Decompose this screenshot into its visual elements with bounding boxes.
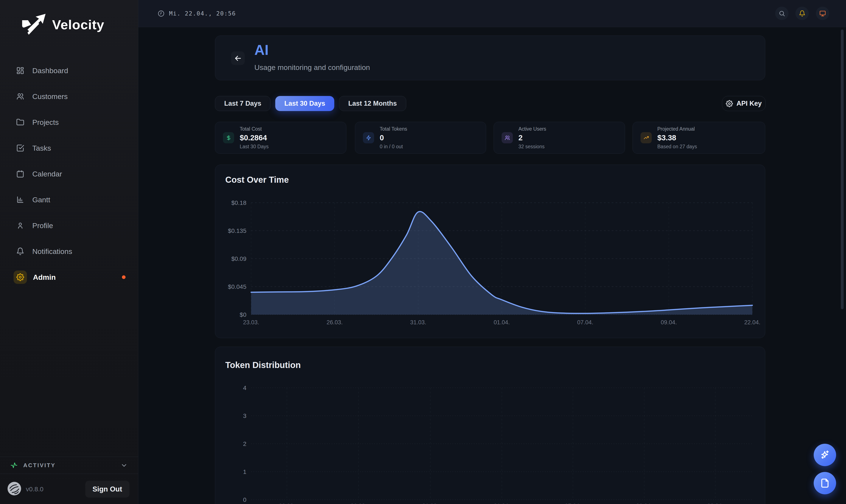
digital-apes-badge	[7, 481, 21, 496]
stat-label: Projected Annual	[657, 126, 697, 132]
stat-subtext: 0 in / 0 out	[380, 144, 407, 149]
document-fab[interactable]	[814, 472, 836, 494]
back-button[interactable]	[231, 51, 245, 65]
bar-chart-icon	[16, 196, 24, 204]
users-icon	[16, 92, 24, 101]
user-icon	[16, 221, 24, 230]
stat-label: Total Tokens	[380, 126, 407, 132]
zap-icon	[363, 132, 374, 143]
sidebar-item-label: Profile	[32, 221, 53, 230]
datetime-display: Mi. 22.04., 20:56	[157, 0, 236, 27]
page-title: AI	[254, 42, 269, 58]
y-tick-label: 3	[243, 413, 246, 419]
sidebar-item-label: Notifications	[32, 247, 72, 256]
display-mode-button[interactable]	[816, 7, 829, 20]
x-tick-label: 23.03.	[279, 503, 295, 504]
sidebar-item-gantt[interactable]: Gantt	[0, 187, 138, 213]
folder-icon	[16, 118, 24, 126]
sidebar-item-tasks[interactable]: Tasks	[0, 135, 138, 161]
x-tick-label: 31.03.	[410, 319, 426, 326]
gear-icon	[726, 100, 733, 107]
cost-over-time-chart-card: Cost Over Time $0.18$0.135$0.09$0.045$02…	[215, 165, 765, 338]
filter-last-7-days[interactable]: Last 7 Days	[215, 96, 271, 111]
ai-assistant-fab[interactable]	[814, 444, 836, 466]
x-tick-label: 22.04.	[707, 503, 723, 504]
brand-logo: Velocity	[21, 13, 104, 36]
clock-icon	[157, 10, 165, 17]
x-tick-label: 07.04.	[565, 503, 581, 504]
users-icon	[502, 132, 513, 143]
y-tick-label: 0	[243, 497, 246, 503]
token-distribution-chart-card: Token Distribution 4321023.03.26.03.31.0…	[215, 347, 765, 504]
x-tick-label: 07.04.	[577, 319, 593, 326]
stat-card-total-cost: Total Cost $0.2864 Last 30 Days	[215, 122, 346, 154]
search-button[interactable]	[775, 7, 789, 20]
sidebar-item-label: Dashboard	[32, 67, 68, 75]
x-tick-label: 26.03.	[327, 319, 343, 326]
sparkles-icon	[819, 450, 830, 460]
stat-subtext: Last 30 Days	[240, 144, 269, 149]
api-key-button[interactable]: API Key	[722, 96, 766, 111]
sidebar-item-admin[interactable]: Admin	[0, 264, 138, 290]
x-tick-label: 31.03.	[422, 503, 438, 504]
bell-icon	[16, 247, 24, 255]
stat-card-total-tokens: Total Tokens 0 0 in / 0 out	[355, 122, 486, 154]
filter-last-12-months[interactable]: Last 12 Months	[339, 96, 406, 111]
page-subtitle: Usage monitoring and configuration	[254, 63, 370, 72]
activity-pulse-icon	[10, 462, 18, 469]
sign-out-button[interactable]: Sign Out	[85, 481, 130, 498]
stat-value: 2	[518, 133, 546, 142]
token-distribution-chart: 4321023.03.26.03.31.03.01.04.07.04.09.04…	[215, 347, 765, 504]
gear-icon	[14, 270, 27, 284]
sidebar-item-label: Customers	[32, 92, 68, 101]
chevron-down-icon	[120, 462, 128, 469]
sidebar-item-calendar[interactable]: Calendar	[0, 161, 138, 187]
stat-card-projected-annual: Projected Annual $3.38 Based on 27 days	[633, 122, 765, 154]
notifications-button[interactable]	[795, 7, 809, 20]
sidebar-item-dashboard[interactable]: Dashboard	[0, 58, 138, 84]
arrow-left-icon	[234, 54, 242, 62]
bell-icon	[799, 10, 806, 17]
datetime-text: Mi. 22.04., 20:56	[169, 10, 236, 17]
sidebar-item-label: Tasks	[32, 144, 51, 152]
stat-label: Total Cost	[240, 126, 269, 132]
sidebar-item-projects[interactable]: Projects	[0, 109, 138, 135]
time-range-filter: Last 7 Days Last 30 Days Last 12 Months	[215, 96, 406, 111]
filter-last-30-days[interactable]: Last 30 Days	[275, 96, 334, 111]
y-tick-label: $0.18	[231, 199, 246, 206]
sidebar-footer: v0.8.0 Sign Out	[0, 474, 138, 504]
calendar-icon	[16, 170, 24, 178]
api-key-label: API Key	[736, 100, 762, 107]
vertical-scrollbar[interactable]	[841, 30, 844, 309]
y-tick-label: 1	[243, 468, 246, 475]
sidebar-item-notifications[interactable]: Notifications	[0, 238, 138, 264]
stat-label: Active Users	[518, 126, 546, 132]
y-tick-label: $0.045	[228, 284, 246, 290]
sidebar-item-label: Projects	[32, 118, 59, 127]
sidebar-item-label: Calendar	[32, 170, 62, 178]
search-icon	[779, 10, 785, 17]
sidebar-item-profile[interactable]: Profile	[0, 213, 138, 238]
stat-value: $3.38	[657, 133, 697, 142]
dashboard-icon	[16, 67, 24, 75]
sidebar-item-label: Admin	[33, 273, 56, 282]
x-tick-label: 26.03.	[350, 503, 366, 504]
stat-subtext: Based on 27 days	[657, 144, 697, 149]
x-tick-label: 09.04.	[636, 503, 652, 504]
trending-up-icon	[640, 132, 652, 143]
y-tick-label: $0.135	[228, 228, 246, 234]
monitor-icon	[819, 10, 826, 17]
activity-section-toggle[interactable]: ACTIVITY	[0, 457, 138, 474]
y-tick-label: 2	[243, 440, 246, 447]
sidebar-item-customers[interactable]: Customers	[0, 84, 138, 109]
y-tick-label: 4	[243, 384, 246, 391]
topbar: Mi. 22.04., 20:56	[138, 0, 846, 27]
page-header-card: AI Usage monitoring and configuration	[215, 36, 765, 80]
y-tick-label: $0	[240, 311, 246, 318]
app-version: v0.8.0	[26, 486, 44, 493]
x-tick-label: 09.04.	[661, 319, 677, 326]
activity-label: ACTIVITY	[23, 462, 120, 469]
file-icon	[819, 478, 830, 488]
x-tick-label: 01.04.	[494, 319, 510, 326]
stat-subtext: 32 sessions	[518, 144, 546, 149]
